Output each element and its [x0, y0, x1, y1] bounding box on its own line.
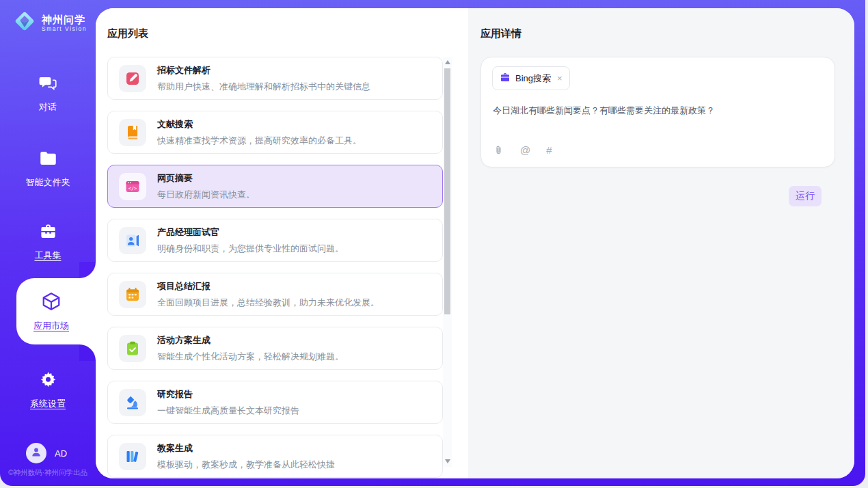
prompt-card: Bing搜索 × 今日湖北有哪些新闻要点？有哪些需要关注的最新政策？ @ # — [480, 57, 835, 167]
at-icon[interactable]: @ — [520, 144, 530, 156]
person-icon — [30, 446, 42, 461]
sidebar-item-app-market[interactable]: 应用市场 — [16, 278, 96, 344]
paperclip-icon[interactable] — [493, 144, 504, 156]
run-button[interactable]: 运行 — [789, 186, 822, 206]
app-card[interactable]: 活动方案生成 智能生成个性化活动方案，轻松解决规划难题。 — [107, 327, 443, 370]
main-content: 应用列表 招标文件解析 帮助用户快速、准确地理解和解析招标书中的关键信息 文献搜… — [96, 8, 854, 478]
app-card-desc: 每日政府新闻资讯快查。 — [157, 189, 255, 201]
logo-diamond-icon — [12, 9, 37, 36]
app-card[interactable]: 产品经理面试官 明确身份和职责，为您提供专业性的面试问题。 — [107, 219, 443, 262]
sidebar-item-label: 应用市场 — [33, 320, 69, 332]
app-card-desc: 全面回顾项目进展，总结经验教训，助力未来优化发展。 — [157, 297, 379, 309]
app-card-desc: 快速精准查找学术资源，提高研究效率的必备工具。 — [157, 135, 362, 147]
app-card[interactable]: </> 网页摘要 每日政府新闻资讯快查。 — [107, 165, 443, 208]
tool-chip-label: Bing搜索 — [515, 72, 551, 85]
input-toolbar: @ # — [493, 144, 552, 156]
app-card-title: 教案生成 — [157, 442, 335, 455]
scrollbar-thumb[interactable] — [444, 68, 450, 314]
sidebar-item-label: 工具集 — [35, 249, 62, 262]
sidebar-item-label: 智能文件夹 — [26, 176, 70, 189]
app-card-title: 文献搜索 — [157, 118, 362, 131]
avatar — [26, 443, 46, 463]
app-logo: 神州问学 Smart Vision — [12, 9, 87, 36]
app-card[interactable]: 教案生成 模板驱动，教案秒成，教学准备从此轻松快捷 — [107, 435, 443, 478]
user-account[interactable]: AD — [26, 443, 67, 463]
app-card-desc: 一键智能生成高质量长文本研究报告 — [157, 405, 299, 417]
app-card-title: 招标文件解析 — [157, 64, 370, 77]
screen: 神州问学 Smart Vision 对话 — [0, 0, 868, 488]
interviewer-icon — [119, 227, 146, 254]
sidebar-item-toolset[interactable]: 工具集 — [0, 222, 96, 262]
clipboard-icon — [119, 335, 146, 362]
app-card-title: 产品经理面试官 — [157, 226, 344, 239]
app-card-desc: 明确身份和职责，为您提供专业性的面试问题。 — [157, 243, 344, 255]
folder-icon — [39, 149, 57, 170]
app-list-title: 应用列表 — [107, 27, 468, 40]
book-icon — [119, 119, 146, 146]
scrollbar[interactable] — [443, 57, 452, 467]
sidebar: 神州问学 Smart Vision 对话 — [0, 0, 96, 486]
hash-icon[interactable]: # — [546, 144, 552, 156]
user-name: AD — [55, 448, 67, 459]
tab-curve-bottom — [79, 344, 96, 361]
scroll-up-arrow-icon[interactable] — [445, 60, 450, 64]
toolbox-icon — [39, 222, 57, 243]
tab-curve-top — [79, 262, 96, 278]
books-icon — [119, 443, 146, 470]
app-subtitle: Smart Vision — [42, 25, 87, 32]
sidebar-item-chat[interactable]: 对话 — [0, 74, 96, 113]
app-frame: 神州问学 Smart Vision 对话 — [0, 0, 865, 486]
research-icon — [119, 389, 146, 416]
app-card-desc: 帮助用户快速、准确地理解和解析招标书中的关键信息 — [157, 81, 370, 93]
app-card-desc: 智能生成个性化活动方案，轻松解决规划难题。 — [157, 351, 344, 363]
app-list: 招标文件解析 帮助用户快速、准确地理解和解析招标书中的关键信息 文献搜索 快速精… — [107, 57, 443, 478]
app-detail-title: 应用详情 — [480, 27, 854, 40]
chat-icon — [39, 74, 57, 95]
app-card[interactable]: 研究报告 一键智能生成高质量长文本研究报告 — [107, 381, 443, 424]
app-detail-panel: 应用详情 Bing搜索 × 今日湖北有哪些新闻要点？有哪些需要关注的最新政策？ — [468, 8, 854, 478]
app-card-title: 研究报告 — [157, 388, 299, 401]
close-icon[interactable]: × — [557, 73, 562, 83]
tool-chip-bing-search[interactable]: Bing搜索 × — [492, 66, 570, 90]
app-title: 神州问学 — [42, 14, 87, 25]
sidebar-item-label: 系统设置 — [30, 398, 66, 410]
scroll-down-arrow-icon[interactable] — [445, 459, 450, 463]
app-card[interactable]: 招标文件解析 帮助用户快速、准确地理解和解析招标书中的关键信息 — [107, 57, 443, 100]
sidebar-item-smart-folder[interactable]: 智能文件夹 — [0, 149, 96, 189]
app-card-title: 活动方案生成 — [157, 334, 344, 347]
calendar-icon — [119, 281, 146, 308]
gear-icon — [39, 370, 57, 392]
webpage-icon: </> — [119, 173, 146, 200]
app-list-panel: 应用列表 招标文件解析 帮助用户快速、准确地理解和解析招标书中的关键信息 文献搜… — [96, 8, 468, 478]
edit-icon — [119, 65, 146, 92]
app-card[interactable]: 项目总结汇报 全面回顾项目进展，总结经验教训，助力未来优化发展。 — [107, 273, 443, 316]
app-card[interactable]: 文献搜索 快速精准查找学术资源，提高研究效率的必备工具。 — [107, 111, 443, 154]
copyright-text: ©神州数码·神州问学出品 — [0, 468, 96, 478]
sidebar-item-label: 对话 — [39, 101, 57, 113]
svg-text:</>: </> — [128, 185, 137, 191]
cube-icon — [41, 291, 62, 314]
app-card-title: 网页摘要 — [157, 172, 255, 185]
app-card-title: 项目总结汇报 — [157, 280, 379, 293]
query-input[interactable]: 今日湖北有哪些新闻要点？有哪些需要关注的最新政策？ — [493, 104, 821, 117]
briefcase-icon — [500, 72, 511, 85]
app-card-desc: 模板驱动，教案秒成，教学准备从此轻松快捷 — [157, 459, 335, 471]
sidebar-item-settings[interactable]: 系统设置 — [0, 370, 96, 410]
